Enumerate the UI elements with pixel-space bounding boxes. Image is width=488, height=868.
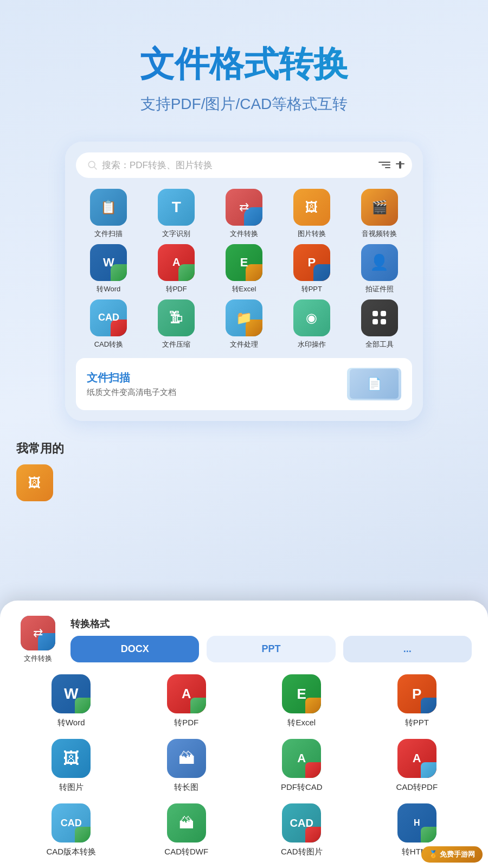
search-icon <box>87 159 98 170</box>
icon-grid: 📋 文件扫描 T 文字识别 ⇄ 文件转换 🖼 图片转换 🎬 <box>76 189 412 349</box>
search-bar[interactable]: 搜索：PDF转换、图片转换 <box>76 152 412 178</box>
panel-cad-ver[interactable]: CAD CAD版本转换 <box>16 803 126 857</box>
banner-title: 文件扫描 <box>87 371 176 385</box>
hero-title: 文件格式转换 <box>22 43 466 85</box>
hero-section: 文件格式转换 支持PDF/图片/CAD等格式互转 <box>0 0 488 131</box>
tool-to-pdf[interactable]: A 转PDF <box>144 244 209 294</box>
search-right <box>378 161 401 169</box>
panel-section-label: 文件转换 <box>24 654 52 663</box>
tool-id-photo[interactable]: 👤 拍证件照 <box>346 244 412 294</box>
search-placeholder: 搜索：PDF转换、图片转换 <box>102 159 213 171</box>
hero-subtitle: 支持PDF/图片/CAD等格式互转 <box>22 94 466 114</box>
watermark-text: 🏅 免费手游网 <box>429 850 475 858</box>
my-icon-1[interactable]: 🖼 <box>16 464 53 501</box>
tool-watermark[interactable]: ◉ 水印操作 <box>279 299 344 349</box>
tool-ocr[interactable]: T 文字识别 <box>144 189 209 239</box>
my-section-title: 我常用的 <box>16 441 472 457</box>
panel-to-img[interactable]: 🖼 转图片 <box>16 739 126 793</box>
sort-icon[interactable] <box>378 162 390 168</box>
panel-header: ⇄ 文件转换 转换格式 DOCX PPT ... <box>16 616 472 663</box>
tool-to-excel[interactable]: E 转Excel <box>211 244 277 294</box>
format-btn-more[interactable]: ... <box>343 636 472 662</box>
panel-to-word[interactable]: W 转Word <box>16 674 126 728</box>
panel-to-excel[interactable]: E 转Excel <box>247 674 357 728</box>
panel-to-pdf[interactable]: A 转PDF <box>132 674 242 728</box>
tool-to-ppt[interactable]: P 转PPT <box>279 244 344 294</box>
svg-point-0 <box>88 162 95 168</box>
svg-line-1 <box>94 167 97 170</box>
watermark-badge: 🏅 免费手游网 <box>421 846 483 863</box>
scan-banner[interactable]: 文件扫描 纸质文件变高清电子文档 📄 <box>76 358 412 410</box>
tool-to-word[interactable]: W 转Word <box>76 244 142 294</box>
app-card: 搜索：PDF转换、图片转换 📋 文件扫描 <box>65 142 423 421</box>
filter-icon[interactable] <box>399 161 401 169</box>
format-btn-ppt[interactable]: PPT <box>207 636 335 662</box>
my-section: 我常用的 🖼 <box>0 432 488 501</box>
panel-to-ppt[interactable]: P 转PPT <box>362 674 472 728</box>
panel-grid: W 转Word A 转PDF E 转Excel P 转PPT <box>16 674 472 857</box>
format-area: 转换格式 DOCX PPT ... <box>70 617 472 662</box>
panel-cad-to-img[interactable]: CAD CAD转图片 <box>247 803 357 857</box>
tool-all[interactable]: 全部工具 <box>346 299 412 349</box>
tool-convert[interactable]: ⇄ 文件转换 <box>211 189 277 239</box>
panel-pdf-to-cad[interactable]: A PDF转CAD <box>247 739 357 793</box>
tool-media-convert[interactable]: 🎬 音视频转换 <box>346 189 412 239</box>
panel-cad-to-dwf[interactable]: 🏔 CAD转DWF <box>132 803 242 857</box>
panel-cad-to-pdf[interactable]: A CAD转PDF <box>362 739 472 793</box>
format-btn-docx[interactable]: DOCX <box>70 636 199 662</box>
bottom-panel: ⇄ 文件转换 转换格式 DOCX PPT ... W 转Word <box>0 601 488 868</box>
panel-to-long-img[interactable]: 🏔 转长图 <box>132 739 242 793</box>
format-buttons: DOCX PPT ... <box>70 636 472 662</box>
tool-cad[interactable]: CAD CAD转换 <box>76 299 142 349</box>
tool-file-process[interactable]: 📁 文件处理 <box>211 299 277 349</box>
banner-image: 📄 <box>347 368 401 400</box>
tool-compress[interactable]: 🗜 文件压缩 <box>144 299 209 349</box>
format-label: 转换格式 <box>70 617 472 630</box>
my-icons-row: 🖼 <box>16 464 472 501</box>
banner-desc: 纸质文件变高清电子文档 <box>87 387 176 398</box>
tool-scan[interactable]: 📋 文件扫描 <box>76 189 142 239</box>
search-left: 搜索：PDF转换、图片转换 <box>87 159 213 171</box>
tool-img-convert[interactable]: 🖼 图片转换 <box>279 189 344 239</box>
panel-section-icon: ⇄ <box>21 616 55 650</box>
